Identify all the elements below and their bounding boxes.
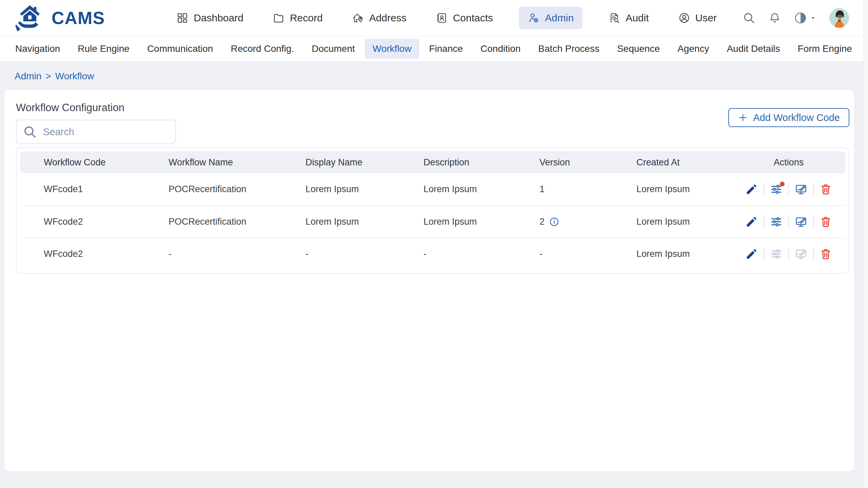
sliders-icon	[770, 216, 783, 228]
subnav-item-document[interactable]: Document	[304, 39, 363, 59]
subnav-item-label: Finance	[429, 43, 463, 54]
cell-description: Lorem Ipsum	[423, 184, 539, 195]
action-divider	[764, 183, 764, 196]
version-info-button[interactable]	[549, 217, 559, 227]
workflow-table: Workflow CodeWorkflow NameDisplay NameDe…	[16, 147, 849, 274]
column-header-created-at: Created At	[636, 157, 732, 168]
cell-display-name: Lorem Ipsum	[305, 184, 423, 195]
subnav-item-rule-engine[interactable]: Rule Engine	[70, 39, 137, 59]
search-icon	[743, 12, 755, 24]
table-row: WFcode2----Lorem Ipsum	[20, 238, 845, 270]
subnav-item-label: Audit Details	[727, 43, 780, 54]
preview-action-button[interactable]	[795, 183, 807, 196]
cell-created-at: Lorem Ipsum	[636, 217, 732, 227]
nav-item-contacts[interactable]: Contacts	[432, 7, 496, 29]
monitor-edit-icon	[795, 183, 807, 196]
action-divider	[788, 183, 789, 196]
cell-display-name: Lorem Ipsum	[305, 217, 423, 227]
cell-workflow-code: WFcode2	[44, 249, 169, 259]
nav-item-user[interactable]: User	[675, 7, 720, 29]
action-divider	[813, 183, 814, 196]
cell-workflow-code: WFcode1	[44, 184, 169, 195]
monitor-edit-icon	[795, 216, 807, 228]
subnav-item-agency[interactable]: Agency	[670, 39, 717, 59]
configure-action-button[interactable]	[770, 216, 783, 228]
breadcrumb-link-workflow[interactable]: Workflow	[55, 71, 94, 82]
cell-version: 1	[539, 184, 636, 195]
nav-item-label: Record	[290, 12, 323, 24]
column-header-display-name: Display Name	[305, 157, 423, 168]
cell-workflow-name: POCRecertification	[169, 184, 305, 195]
subnav-item-condition[interactable]: Condition	[473, 39, 528, 59]
address-icon	[352, 12, 364, 24]
action-divider	[813, 248, 814, 261]
subnav-item-batch-process[interactable]: Batch Process	[530, 39, 607, 59]
edit-action-button[interactable]	[745, 183, 758, 196]
subnav-item-form-engine[interactable]: Form Engine	[790, 39, 860, 59]
cell-actions	[732, 183, 845, 196]
brand-name: CAMS	[52, 8, 105, 28]
action-divider	[764, 248, 764, 261]
subnav-item-label: Sequence	[617, 43, 660, 54]
subnav-item-communication[interactable]: Communication	[139, 39, 221, 59]
notifications-button[interactable]	[768, 12, 781, 24]
subnav-item-label: Record Config.	[231, 43, 294, 54]
user-avatar[interactable]	[829, 8, 849, 28]
sliders-icon	[770, 248, 783, 260]
column-header-actions: Actions	[732, 157, 845, 168]
subnav-item-workflow[interactable]: Workflow	[365, 39, 419, 59]
search-box	[16, 120, 176, 144]
delete-action-button[interactable]	[820, 216, 832, 228]
subnav-item-sequence[interactable]: Sequence	[609, 39, 668, 59]
subnav-item-label: Rule Engine	[78, 43, 130, 54]
search-button[interactable]	[743, 12, 755, 24]
cell-display-name: -	[305, 249, 423, 259]
subnav-item-label: Workflow	[373, 43, 412, 54]
cell-workflow-code: WFcode2	[44, 217, 169, 227]
search-input[interactable]	[43, 126, 171, 138]
theme-toggle-button[interactable]	[794, 12, 816, 24]
preview-action-button[interactable]	[795, 216, 807, 228]
cell-workflow-name: -	[169, 249, 305, 259]
contacts-icon	[436, 12, 448, 24]
edit-action-button[interactable]	[745, 216, 758, 228]
version-value: 2	[539, 217, 545, 227]
edit-pencil-icon	[745, 183, 758, 196]
breadcrumb: Admin > Workflow	[4, 62, 854, 90]
cams-logo-icon	[15, 4, 45, 32]
configure-action-button[interactable]	[770, 183, 783, 196]
delete-action-button[interactable]	[820, 248, 832, 260]
chevron-down-icon	[810, 15, 816, 21]
table-row: WFcode1POCRecertificationLorem IpsumLore…	[20, 173, 845, 205]
subnav-item-finance[interactable]: Finance	[421, 39, 471, 59]
action-divider	[788, 216, 789, 228]
preview-action-button	[795, 248, 807, 260]
subnav-item-audit-details[interactable]: Audit Details	[719, 39, 788, 59]
monitor-edit-icon	[795, 248, 807, 260]
workflow-configuration-card: Workflow Configuration Add Workflow Code…	[4, 90, 854, 471]
version-value: 1	[539, 184, 545, 195]
subnav-item-label: Batch Process	[538, 43, 599, 54]
admin-icon	[528, 12, 540, 24]
add-workflow-code-button[interactable]: Add Workflow Code	[728, 108, 849, 127]
column-header-version: Version	[539, 157, 636, 168]
column-header-description: Description	[423, 157, 539, 168]
subnav-item-navigation[interactable]: Navigation	[7, 39, 68, 59]
window-scrollbar[interactable]	[863, 0, 868, 488]
nav-item-dashboard[interactable]: Dashboard	[173, 7, 247, 29]
nav-item-label: Dashboard	[194, 12, 243, 24]
version-value: -	[539, 249, 542, 259]
breadcrumb-link-admin[interactable]: Admin	[15, 71, 41, 82]
nav-item-audit[interactable]: Audit	[605, 7, 652, 29]
cell-description: -	[423, 249, 539, 259]
edit-pencil-icon	[745, 216, 758, 228]
subnav-item-record-config[interactable]: Record Config.	[223, 39, 302, 59]
delete-action-button[interactable]	[820, 183, 832, 196]
nav-item-record[interactable]: Record	[269, 7, 326, 29]
nav-item-admin[interactable]: Admin	[519, 7, 583, 29]
edit-action-button[interactable]	[745, 248, 758, 260]
table-header-row: Workflow CodeWorkflow NameDisplay NameDe…	[20, 151, 845, 173]
subnav-item-label: Communication	[147, 43, 213, 54]
nav-item-address[interactable]: Address	[349, 7, 410, 29]
nav-item-label: Audit	[626, 12, 649, 24]
